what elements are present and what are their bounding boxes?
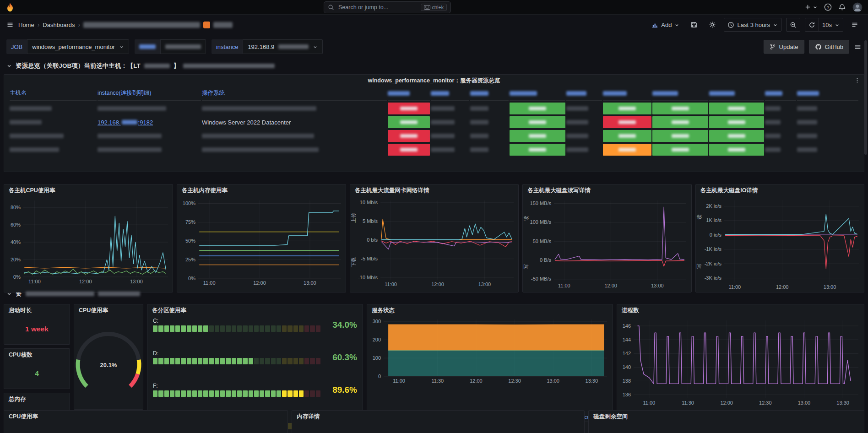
variable-job-select[interactable]: windows_performance_monitor [27,39,129,54]
table-header-redacted-7[interactable] [709,88,764,101]
redacted-text [672,120,689,124]
bar-cell [220,358,225,364]
zoom-out-button[interactable] [786,18,800,32]
svg-text:144: 144 [623,337,631,342]
row-overview-toggle[interactable]: 资源总览（关联JOB项）当前选中主机：【LT 】 [4,58,864,74]
mega-menu-toggle[interactable] [6,21,14,28]
panel-title: CPU使用率 [4,411,288,423]
redacted-text [566,134,588,138]
svg-text:读: 读 [523,216,529,221]
svg-text:100 MB/s: 100 MB/s [530,219,552,225]
dashboard-links-menu[interactable] [854,43,862,51]
bar-cell [153,390,157,397]
new-menu-button[interactable] [804,4,818,11]
table-header-redacted-3[interactable] [510,88,565,101]
svg-text:13:30: 13:30 [836,400,849,406]
status-cell [652,116,708,128]
cell-redacted [566,144,602,156]
dashboard-settings-button[interactable] [705,18,719,32]
zoom-out-icon [790,22,797,28]
search-input[interactable] [337,4,418,11]
gauge: 20.1% [74,317,143,409]
panel-title: 各主机CPU使用率 [4,184,173,197]
table-header-redacted-6[interactable] [652,88,708,101]
table-header-redacted-0[interactable] [388,88,430,101]
table-header-redacted-4[interactable] [566,88,602,101]
cell-hostname [10,103,97,114]
kiosk-mode-button[interactable] [848,18,862,32]
bar-cell [187,325,191,332]
svg-text:0%: 0% [188,276,195,281]
table-header-1[interactable]: instance(连接到明细) [98,88,201,101]
refresh-interval-dropdown[interactable]: 10s [819,18,843,31]
status-cell [709,144,764,156]
redacted-text [431,106,455,111]
table-header-redacted-2[interactable] [470,88,509,101]
redacted-text [529,120,546,124]
svg-text:5 Mb/s: 5 Mb/s [363,218,378,224]
cell-redacted [765,130,796,142]
breadcrumb-home-link[interactable]: Home [18,22,34,28]
table-header-redacted-8[interactable] [765,88,796,101]
bar-cell [187,358,191,364]
redacted-text [10,106,52,111]
panel-title: CPU核数 [4,349,70,361]
svg-text:75%: 75% [185,219,195,225]
svg-text:0 B/s: 0 B/s [540,257,552,263]
cell-redacted [765,144,796,156]
breadcrumb: Home › Dashboards › [18,21,233,28]
cell-hostname [10,144,97,156]
partition-label: D: [153,350,320,357]
global-search[interactable]: ctrl+k [324,1,451,13]
bar-cell [187,390,191,397]
user-avatar[interactable] [852,2,863,12]
bar-cell [271,325,276,332]
notifications-bell-button[interactable] [838,3,846,11]
stat-value: 1 week [4,317,70,344]
breadcrumb-dashboards-link[interactable]: Dashboards [43,22,75,28]
redacted-text [388,91,410,96]
svg-text:13:00: 13:00 [304,280,316,286]
page-scrollbar[interactable] [864,40,867,155]
github-button[interactable]: GitHub [809,40,849,54]
status-cell [388,103,430,114]
svg-text:11:00: 11:00 [385,281,397,287]
clock-icon [727,22,734,28]
svg-text:300: 300 [373,319,381,324]
svg-text:12:30: 12:30 [759,400,772,406]
instance-link[interactable]: 192.168.:9182 [98,119,153,126]
status-cell [652,130,708,142]
breadcrumb-dashboard-title-redacted [83,22,200,28]
table-header-redacted-9[interactable] [797,88,858,101]
redacted-text [566,120,588,124]
svg-text:0 b/s: 0 b/s [367,237,378,243]
variable-redacted-select[interactable] [160,39,206,54]
variable-instance-select[interactable]: 192.168.9 [243,39,323,54]
bar-cell [226,390,230,397]
help-button[interactable]: ? [824,3,832,11]
panel-title: 总内存 [4,393,70,406]
svg-text:13:30: 13:30 [586,378,598,384]
cell-redacted [566,130,602,142]
update-button[interactable]: Update [764,40,804,54]
bar-cell [310,358,315,364]
bar-cell [192,390,197,397]
table-header-0[interactable]: 主机名 [10,88,97,101]
svg-text:20%: 20% [11,257,21,262]
grafana-logo[interactable] [5,2,15,12]
add-panel-button[interactable]: Add [648,18,683,32]
time-range-picker[interactable]: Last 3 hours [724,18,781,32]
table-header-2[interactable]: 操作系统 [202,88,387,101]
panel-menu-button[interactable] [854,77,860,83]
bar-cell [316,358,320,364]
table-header-redacted-1[interactable] [431,88,469,101]
table-header-redacted-5[interactable] [603,88,651,101]
partition-value: 89.6% [325,385,357,395]
github-icon [815,43,822,50]
stat-value: 4 [4,361,70,389]
subtitle-redacted [183,64,275,68]
save-dashboard-button[interactable] [687,18,701,32]
refresh-button[interactable] [805,18,819,31]
svg-text:10 Mb/s: 10 Mb/s [360,200,378,205]
bar-cell [164,358,169,364]
